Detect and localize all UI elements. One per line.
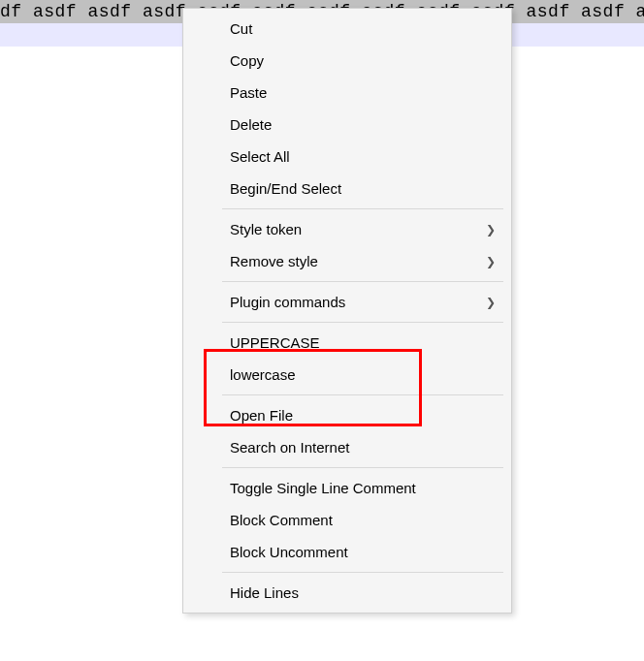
menu-separator — [222, 572, 503, 573]
menu-block-uncomment[interactable]: Block Uncomment — [183, 536, 511, 568]
menu-item-label: Block Comment — [230, 512, 333, 528]
menu-block-comment[interactable]: Block Comment — [183, 504, 511, 536]
menu-select-all[interactable]: Select All — [183, 141, 511, 173]
menu-delete[interactable]: Delete — [183, 109, 511, 141]
menu-separator — [222, 394, 503, 395]
menu-copy[interactable]: Copy — [183, 45, 511, 77]
menu-remove-style[interactable]: Remove style❯ — [183, 245, 511, 277]
menu-item-label: Delete — [230, 116, 272, 133]
context-menu: CutCopyPasteDeleteSelect AllBegin/End Se… — [182, 8, 512, 614]
chevron-right-icon: ❯ — [486, 296, 496, 309]
menu-item-label: Toggle Single Line Comment — [230, 480, 416, 496]
menu-item-label: lowercase — [230, 366, 296, 383]
menu-separator — [222, 281, 503, 282]
menu-item-label: Remove style — [230, 253, 318, 269]
menu-item-label: Style token — [230, 221, 302, 237]
menu-item-label: Hide Lines — [230, 584, 299, 601]
menu-open-file[interactable]: Open File — [183, 399, 511, 431]
menu-separator — [222, 208, 503, 209]
menu-item-label: Paste — [230, 84, 267, 101]
menu-item-label: Copy — [230, 52, 264, 69]
menu-search-internet[interactable]: Search on Internet — [183, 431, 511, 463]
menu-plugin-commands[interactable]: Plugin commands❯ — [183, 286, 511, 318]
menu-separator — [222, 322, 503, 323]
menu-cut[interactable]: Cut — [183, 13, 511, 45]
menu-begin-end-select[interactable]: Begin/End Select — [183, 173, 511, 205]
menu-lowercase[interactable]: lowercase — [183, 359, 511, 391]
menu-item-label: Cut — [230, 20, 252, 37]
menu-style-token[interactable]: Style token❯ — [183, 213, 511, 245]
menu-hide-lines[interactable]: Hide Lines — [183, 577, 511, 609]
menu-item-label: UPPERCASE — [230, 334, 320, 351]
menu-toggle-single-line-comment[interactable]: Toggle Single Line Comment — [183, 472, 511, 504]
chevron-right-icon: ❯ — [486, 255, 496, 268]
chevron-right-icon: ❯ — [486, 223, 496, 236]
menu-item-label: Begin/End Select — [230, 180, 341, 197]
menu-paste[interactable]: Paste — [183, 77, 511, 109]
menu-item-label: Open File — [230, 407, 293, 424]
menu-item-label: Search on Internet — [230, 439, 349, 456]
menu-separator — [222, 467, 503, 468]
menu-item-label: Block Uncomment — [230, 544, 348, 560]
menu-uppercase[interactable]: UPPERCASE — [183, 327, 511, 359]
menu-item-label: Plugin commands — [230, 294, 345, 310]
menu-item-label: Select All — [230, 148, 290, 165]
